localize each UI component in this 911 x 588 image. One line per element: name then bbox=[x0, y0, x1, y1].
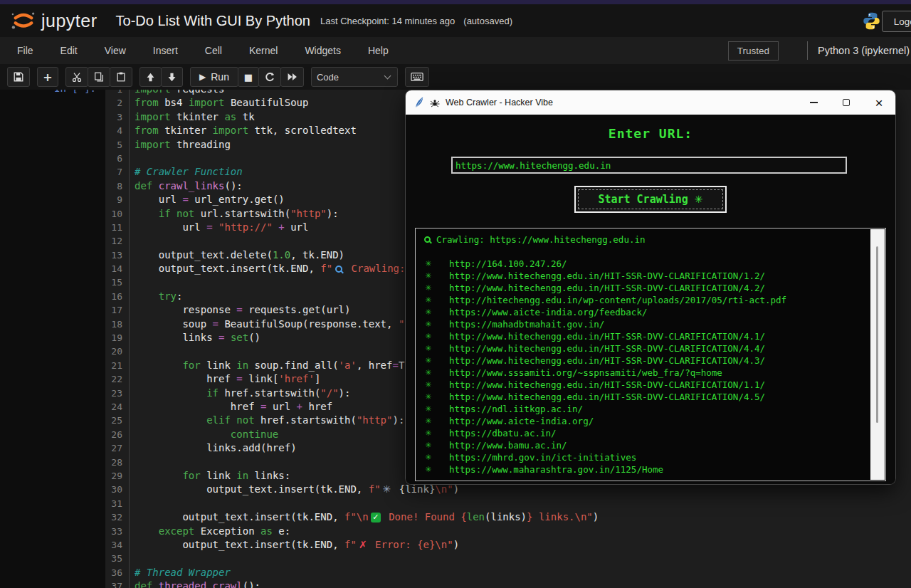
line-number: 20 bbox=[105, 345, 130, 358]
copy-button[interactable] bbox=[88, 67, 110, 87]
cell-type-select[interactable]: Code bbox=[311, 67, 398, 87]
output-scrollbar[interactable] bbox=[870, 229, 885, 480]
web-icon: ✳ bbox=[425, 403, 434, 415]
crawled-link-url: http://www.hitechengg.edu.in/HIT-SSR-DVV… bbox=[434, 330, 765, 342]
crawler-window[interactable]: Web Crawler - Hacker Vibe × Enter URL: S… bbox=[406, 90, 895, 484]
screen: jupyter To-Do List With GUI By Python La… bbox=[0, 0, 911, 588]
paste-button[interactable] bbox=[110, 67, 132, 87]
start-crawling-button[interactable]: Start Crawling ✳ bbox=[574, 186, 727, 213]
web-icon: ✳ bbox=[425, 439, 434, 451]
web-icon: ✳ bbox=[425, 294, 434, 306]
line-number: 28 bbox=[105, 456, 130, 469]
menu-item-edit[interactable]: Edit bbox=[60, 45, 78, 56]
crawled-link: ✳http://www.bamu.ac.in/ bbox=[421, 439, 870, 451]
code-line: 31 bbox=[105, 497, 911, 510]
maximize-button[interactable] bbox=[830, 90, 863, 115]
crawler-window-body: Enter URL: Start Crawling ✳ Crawling: ht… bbox=[406, 115, 895, 484]
line-number: 32 bbox=[105, 510, 130, 524]
crawled-link: ✳http://www.hitechengg.edu.in/HIT-SSR-DV… bbox=[421, 379, 870, 391]
crawled-link: ✳http://www.hitechengg.edu.in/HIT-SSR-DV… bbox=[421, 342, 870, 355]
web-icon: ✳ bbox=[425, 270, 434, 282]
menu-item-kernel[interactable]: Kernel bbox=[249, 45, 278, 56]
crawled-link-url: https://www.maharashtra.gov.in/1125/Home bbox=[434, 463, 663, 476]
close-button[interactable]: × bbox=[863, 90, 895, 115]
crawled-link: ✳http://www.hitechengg.edu.in/HIT-SSR-DV… bbox=[421, 391, 870, 403]
crawled-link: ✳http://www.aicte-india.org/ bbox=[421, 415, 870, 427]
crawled-link-url: http://www.aicte-india.org/ bbox=[434, 415, 594, 427]
web-icon: ✳ bbox=[425, 318, 434, 330]
spider-web-icon: ✳ bbox=[695, 194, 703, 205]
menu-item-widgets[interactable]: Widgets bbox=[305, 45, 341, 56]
crawled-link-url: http://www.hitechengg.edu.in/HIT-SSR-DVV… bbox=[434, 379, 765, 391]
crawler-output[interactable]: Crawling: https://www.hitechengg.edu.in … bbox=[415, 228, 886, 481]
web-icon: ✳ bbox=[425, 282, 434, 294]
command-palette-button[interactable] bbox=[405, 67, 429, 87]
move-cell-up-button[interactable] bbox=[139, 67, 162, 87]
web-icon: ✳ bbox=[425, 355, 434, 367]
close-icon: × bbox=[875, 96, 883, 110]
run-button[interactable]: ▶ Run bbox=[190, 67, 238, 87]
crawled-link: ✳https://mahadbtmahait.gov.in/ bbox=[421, 318, 870, 330]
line-number: 14 bbox=[105, 262, 130, 275]
web-icon: ✳ bbox=[425, 306, 434, 318]
stop-button[interactable]: ■ bbox=[238, 67, 259, 87]
line-number: 33 bbox=[105, 525, 130, 538]
menu-item-insert[interactable]: Insert bbox=[153, 45, 178, 56]
menu-item-help[interactable]: Help bbox=[368, 45, 389, 56]
line-number: 16 bbox=[105, 290, 130, 303]
line-number: 29 bbox=[105, 469, 130, 483]
crawled-link-url: http://www.bamu.ac.in/ bbox=[434, 439, 567, 451]
menubar: FileEditViewInsertCellKernelWidgetsHelp … bbox=[0, 37, 911, 64]
code-line: 36# Thread Wrapper bbox=[105, 566, 911, 579]
trusted-badge[interactable]: Trusted bbox=[728, 41, 779, 61]
code-line: 34 output_text.insert(tk.END, f"✗ Error:… bbox=[105, 538, 911, 552]
check-icon: ✓ bbox=[371, 513, 381, 523]
crawled-link-url: http://www.sssamiti.org/~sspnsamiti/web_… bbox=[434, 367, 722, 379]
menu-item-cell[interactable]: Cell bbox=[205, 45, 222, 56]
restart-kernel-button[interactable] bbox=[258, 67, 281, 87]
output-scrollbar-thumb[interactable] bbox=[876, 246, 878, 423]
notebook-title[interactable]: To-Do List With GUI By Python bbox=[116, 13, 310, 29]
web-icon: ✳ bbox=[425, 391, 434, 403]
url-input[interactable] bbox=[451, 157, 847, 174]
crawled-link-url: http://www.hitechengg.edu.in/HIT-SSR-DVV… bbox=[434, 391, 765, 403]
move-cell-down-button[interactable] bbox=[161, 67, 183, 87]
web-icon: ✳ bbox=[425, 379, 434, 391]
run-label: Run bbox=[211, 71, 229, 83]
error-icon: ✗ bbox=[357, 539, 369, 550]
copy-icon bbox=[93, 71, 105, 83]
maximize-icon bbox=[843, 99, 850, 106]
line-number: 22 bbox=[105, 372, 130, 386]
menu-item-view[interactable]: View bbox=[105, 45, 126, 56]
menubar-items: FileEditViewInsertCellKernelWidgetsHelp bbox=[17, 45, 389, 56]
code-line: 37def threaded_crawl(): bbox=[105, 579, 911, 588]
jupyter-logo[interactable]: jupyter bbox=[10, 9, 98, 32]
menu-item-file[interactable]: File bbox=[17, 45, 33, 56]
crawled-link: ✳http://164.100.247.26/ bbox=[421, 258, 870, 270]
jupyter-wordmark: jupyter bbox=[41, 11, 98, 31]
save-icon bbox=[13, 71, 24, 83]
minimize-icon bbox=[810, 102, 818, 103]
search-icon bbox=[335, 266, 342, 273]
code-line: 35 bbox=[105, 552, 911, 565]
line-number: 12 bbox=[105, 234, 130, 248]
line-number: 13 bbox=[105, 248, 130, 262]
logout-button[interactable]: Logout bbox=[882, 11, 911, 32]
line-number: 15 bbox=[105, 275, 130, 289]
cut-button[interactable] bbox=[65, 67, 88, 87]
crawled-link: ✳http://www.hitechengg.edu.in/HIT-SSR-DV… bbox=[421, 270, 870, 282]
chevron-down-icon bbox=[384, 72, 391, 79]
save-button[interactable] bbox=[7, 67, 30, 87]
arrow-down-icon bbox=[167, 72, 177, 83]
line-number: 24 bbox=[105, 400, 130, 414]
crawler-window-titlebar[interactable]: Web Crawler - Hacker Vibe × bbox=[406, 90, 895, 115]
minimize-button[interactable] bbox=[797, 90, 830, 115]
restart-run-all-button[interactable] bbox=[280, 67, 304, 87]
line-number: 11 bbox=[105, 221, 130, 234]
add-cell-button[interactable]: + bbox=[37, 67, 58, 87]
line-number: 8 bbox=[105, 179, 130, 193]
autosaved-text: (autosaved) bbox=[463, 16, 512, 26]
notebook-header: jupyter To-Do List With GUI By Python La… bbox=[0, 4, 911, 37]
search-icon bbox=[424, 236, 431, 243]
web-icon: ✳ bbox=[425, 342, 434, 355]
